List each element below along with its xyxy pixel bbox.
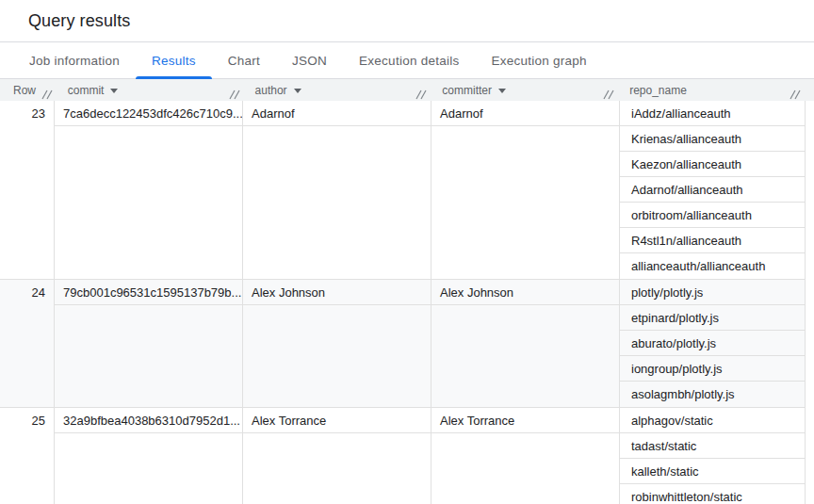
repo-name-value: Adarnof/allianceauth [620, 177, 805, 203]
commit-value: 79cb001c96531c1595137b79b... [55, 280, 242, 305]
tab-chart[interactable]: Chart [212, 42, 276, 78]
column-header-filler [801, 79, 814, 101]
repo-name-cell: alphagov/statictadast/statickalleth/stat… [620, 408, 806, 504]
committer-cell-filler [431, 126, 619, 279]
sort-dropdown-icon[interactable] [294, 89, 301, 93]
repo-name-value: R4stl1n/allianceauth [620, 228, 805, 253]
committer-value: Adarnof [431, 101, 619, 126]
row-number-cell: 25 [0, 408, 55, 504]
sort-dropdown-icon[interactable] [498, 89, 506, 93]
repo-name-value: asolagmbh/plotly.js [620, 382, 805, 407]
tab-json[interactable]: JSON [276, 42, 343, 78]
committer-value: Alex Torrance [431, 408, 619, 433]
committer-cell-filler [431, 433, 619, 504]
repo-name-cell: iAddz/allianceauthKrienas/allianceauthKa… [620, 101, 806, 279]
committer-cell-filler [431, 305, 619, 407]
commit-cell: 79cb001c96531c1595137b79b... [55, 280, 243, 407]
committer-cell: Adarnof [431, 101, 620, 279]
tab-job-information[interactable]: Job information [13, 42, 136, 78]
tab-execution-graph[interactable]: Execution graph [475, 42, 602, 78]
table-record: 237ca6decc122453dfc426c710c9...AdarnofAd… [0, 101, 806, 280]
column-header-row-label: Row [13, 84, 36, 97]
author-cell: Adarnof [243, 101, 431, 279]
repo-name-value: plotly/plotly.js [620, 280, 805, 305]
commit-value: 7ca6decc122453dfc426c710c9... [55, 101, 242, 126]
repo-name-value: robinwhittleton/static [620, 484, 805, 504]
repo-name-cell: plotly/plotly.jsetpinard/plotly.jsaburat… [620, 280, 806, 407]
results-table-body: 237ca6decc122453dfc426c710c9...AdarnofAd… [0, 101, 806, 504]
author-value: Adarnof [243, 101, 431, 126]
column-header-commit[interactable]: commit [55, 79, 242, 101]
column-resize-handle-icon[interactable] [41, 89, 53, 100]
commit-cell: 7ca6decc122453dfc426c710c9... [55, 101, 243, 279]
committer-cell: Alex Torrance [431, 408, 620, 504]
column-header-commit-label: commit [68, 84, 105, 97]
column-resize-handle-icon[interactable] [790, 89, 801, 100]
committer-value: Alex Johnson [431, 280, 619, 305]
column-header-repo-name-label: repo_name [629, 84, 687, 97]
tab-results[interactable]: Results [136, 42, 212, 78]
column-header-author-label: author [255, 84, 287, 97]
author-value: Alex Torrance [243, 408, 431, 433]
results-table-header: Row commit author committer repo_name [0, 79, 814, 101]
commit-cell-filler [55, 126, 242, 279]
column-header-row: Row [0, 79, 55, 101]
results-tabbar: Job information Results Chart JSON Execu… [0, 42, 814, 79]
row-number-cell: 24 [0, 280, 55, 407]
repo-name-value: orbitroom/allianceauth [620, 203, 805, 228]
author-cell-filler [243, 126, 431, 279]
author-value: Alex Johnson [243, 280, 431, 305]
repo-name-value: Kaezon/allianceauth [620, 152, 805, 177]
column-header-author[interactable]: author [242, 79, 430, 101]
author-cell-filler [243, 433, 431, 504]
repo-name-value: iongroup/plotly.js [620, 356, 805, 382]
repo-name-value: aburato/plotly.js [620, 331, 805, 356]
sort-dropdown-icon[interactable] [110, 89, 118, 93]
repo-name-value: allianceauth/allianceauth [620, 253, 805, 279]
tab-execution-details[interactable]: Execution details [343, 42, 475, 78]
author-cell: Alex Johnson [243, 280, 431, 407]
query-results-titlebar: Query results [0, 0, 814, 42]
repo-name-value: Krienas/allianceauth [620, 126, 805, 152]
table-record: 2479cb001c96531c1595137b79b...Alex Johns… [0, 280, 806, 408]
commit-cell: 32a9bfbea4038b6310d7952d1... [55, 408, 243, 504]
repo-name-value: kalleth/static [620, 459, 805, 484]
author-cell: Alex Torrance [243, 408, 431, 504]
column-header-committer[interactable]: committer [429, 79, 616, 101]
column-resize-handle-icon[interactable] [603, 89, 614, 100]
column-resize-handle-icon[interactable] [229, 89, 240, 100]
committer-cell: Alex Johnson [431, 280, 620, 407]
column-resize-handle-icon[interactable] [415, 89, 427, 100]
row-number-value: 24 [0, 280, 54, 305]
commit-cell-filler [55, 305, 242, 407]
row-number-value: 25 [0, 408, 54, 433]
author-cell-filler [243, 305, 431, 407]
column-header-committer-label: committer [442, 84, 492, 97]
row-number-value: 23 [0, 101, 54, 126]
commit-cell-filler [55, 433, 242, 504]
repo-name-value: tadast/static [620, 433, 805, 459]
column-header-repo-name: repo_name [616, 79, 801, 101]
commit-value: 32a9bfbea4038b6310d7952d1... [55, 408, 242, 433]
row-number-cell: 23 [0, 101, 55, 279]
repo-name-value: alphagov/static [620, 408, 805, 433]
page-title: Query results [28, 11, 130, 31]
table-record: 2532a9bfbea4038b6310d7952d1...Alex Torra… [0, 408, 806, 504]
repo-name-value: iAddz/allianceauth [620, 101, 805, 126]
repo-name-value: etpinard/plotly.js [620, 305, 805, 331]
